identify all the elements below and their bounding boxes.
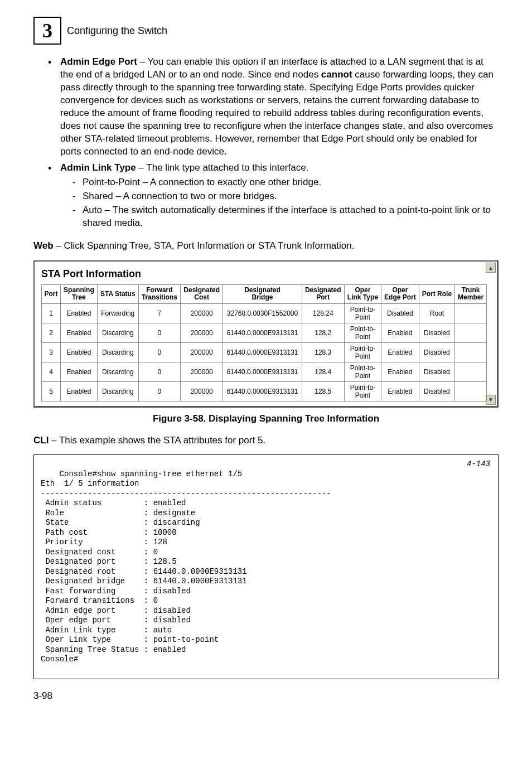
cell: 32768.0.0030F1552000 (223, 303, 302, 323)
cell: Enabled (61, 303, 98, 323)
figure-caption: Figure 3-58. Displaying Spanning Tree In… (33, 413, 499, 424)
cell: Discarding (97, 342, 138, 362)
sub-bullet-list: Point-to-Point – A connection to exactly… (60, 176, 499, 230)
bullet-bold-cannot: cannot (321, 69, 352, 80)
cell: 4 (42, 362, 61, 381)
cell: 61440.0.0000E9313131 (223, 342, 302, 362)
cell: Disabled (419, 381, 454, 401)
th-oper-link-type: OperLink Type (344, 285, 381, 303)
chapter-number-badge: 3 (33, 17, 61, 45)
cell: 200000 (181, 342, 223, 362)
table-row: 1 Enabled Forwarding 7 200000 32768.0.00… (42, 303, 487, 323)
th-forward-transitions: ForwardTransitions (138, 285, 180, 303)
web-label: Web (33, 240, 54, 251)
cell: 61440.0.0000E9313131 (223, 323, 302, 342)
cell (455, 342, 487, 362)
cell: Disabled (419, 323, 454, 342)
table-body: 1 Enabled Forwarding 7 200000 32768.0.00… (42, 303, 487, 401)
cell (455, 362, 487, 381)
cell: 7 (138, 303, 180, 323)
cell (455, 381, 487, 401)
th-port-role: Port Role (419, 285, 454, 303)
cell: 0 (138, 323, 180, 342)
cell: Discarding (97, 381, 138, 401)
th-port: Port (42, 285, 61, 303)
bullet-admin-edge-port: Admin Edge Port – You can enable this op… (48, 56, 499, 158)
cell (455, 323, 487, 342)
cell: 3 (42, 342, 61, 362)
cell: 200000 (181, 323, 223, 342)
cell: 200000 (181, 381, 223, 401)
cell: Enabled (61, 362, 98, 381)
bullet-text: – The link type attached to this interfa… (136, 162, 309, 173)
cell: Disabled (419, 342, 454, 362)
cell: 200000 (181, 362, 223, 381)
code-text: Console#show spanning-tree ethernet 1/5 … (41, 470, 331, 664)
chapter-number: 3 (42, 19, 52, 42)
cell: 2 (42, 323, 61, 342)
cell: 1 (42, 303, 61, 323)
cell: 5 (42, 381, 61, 401)
code-block: 4-143Console#show spanning-tree ethernet… (33, 454, 499, 679)
cli-label: CLI (33, 435, 49, 446)
cell: Enabled (381, 381, 419, 401)
cell: 0 (138, 342, 180, 362)
body-bullet-list: Admin Edge Port – You can enable this op… (33, 56, 499, 230)
th-oper-edge-port: OperEdge Port (381, 285, 419, 303)
table-header-row: Port SpanningTree STA Status ForwardTran… (42, 285, 487, 303)
table-row: 4 Enabled Discarding 0 200000 61440.0.00… (42, 362, 487, 381)
cell: Enabled (381, 362, 419, 381)
th-trunk-member: TrunkMember (455, 285, 487, 303)
table-row: 2 Enabled Discarding 0 200000 61440.0.00… (42, 323, 487, 342)
cell: 128.24 (302, 303, 344, 323)
th-spanning-tree: SpanningTree (61, 285, 98, 303)
cell (455, 303, 487, 323)
th-designated-port: DesignatedPort (302, 285, 344, 303)
cell: 61440.0.0000E9313131 (223, 381, 302, 401)
cell: Root (419, 303, 454, 323)
cell: 128.5 (302, 381, 344, 401)
code-page-reference: 4-143 (467, 459, 490, 470)
cell: Point-to-Point (344, 323, 381, 342)
cell: Enabled (381, 323, 419, 342)
chapter-title: Configuring the Switch (67, 25, 167, 37)
page-number: 3-98 (33, 690, 499, 702)
cell: Enabled (61, 323, 98, 342)
bullet-text2: cause forwarding loops, they can pass di… (60, 69, 494, 157)
cell: Disabled (419, 362, 454, 381)
cell: Enabled (61, 342, 98, 362)
screenshot-container: ▲ ▼ STA Port Information Port SpanningTr… (33, 260, 499, 407)
page-header: 3 Configuring the Switch (33, 17, 499, 45)
th-sta-status: STA Status (97, 285, 138, 303)
cell: 0 (138, 362, 180, 381)
cell: 128.2 (302, 323, 344, 342)
screenshot-title: STA Port Information (41, 268, 487, 280)
th-designated-bridge: DesignatedBridge (223, 285, 302, 303)
cell: 0 (138, 381, 180, 401)
web-text: – Click Spanning Tree, STA, Port Informa… (54, 240, 355, 251)
web-instruction: Web – Click Spanning Tree, STA, Port Inf… (33, 240, 499, 253)
table-row: 5 Enabled Discarding 0 200000 61440.0.00… (42, 381, 487, 401)
cell: Discarding (97, 323, 138, 342)
sub-bullet-shared: Shared – A connection to two or more bri… (72, 190, 499, 203)
cell: Discarding (97, 362, 138, 381)
sta-port-table: Port SpanningTree STA Status ForwardTran… (41, 284, 487, 401)
cell: Forwarding (97, 303, 138, 323)
cell: 61440.0.0000E9313131 (223, 362, 302, 381)
th-designated-cost: DesignatedCost (181, 285, 223, 303)
cell: Point-to-Point (344, 303, 381, 323)
cli-text: – This example shows the STA attributes … (49, 435, 265, 446)
cell: Point-to-Point (344, 342, 381, 362)
cell: 128.4 (302, 362, 344, 381)
bullet-label: Admin Edge Port (60, 56, 137, 67)
bullet-admin-link-type: Admin Link Type – The link type attached… (48, 162, 499, 230)
cli-instruction: CLI – This example shows the STA attribu… (33, 434, 499, 447)
cell: Point-to-Point (344, 381, 381, 401)
cell: 128.3 (302, 342, 344, 362)
cell: Point-to-Point (344, 362, 381, 381)
bullet-label: Admin Link Type (60, 162, 136, 173)
cell: Disabled (381, 303, 419, 323)
cell: Enabled (381, 342, 419, 362)
cell: Enabled (61, 381, 98, 401)
sub-bullet-auto: Auto – The switch automatically determin… (72, 204, 499, 230)
